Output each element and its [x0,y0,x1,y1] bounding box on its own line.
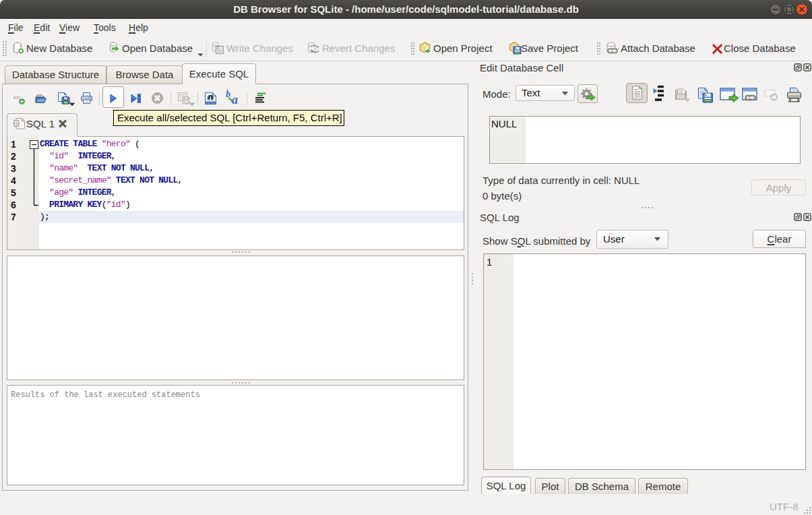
svg-text:a: a [232,93,238,105]
svg-text:b: b [226,90,230,99]
